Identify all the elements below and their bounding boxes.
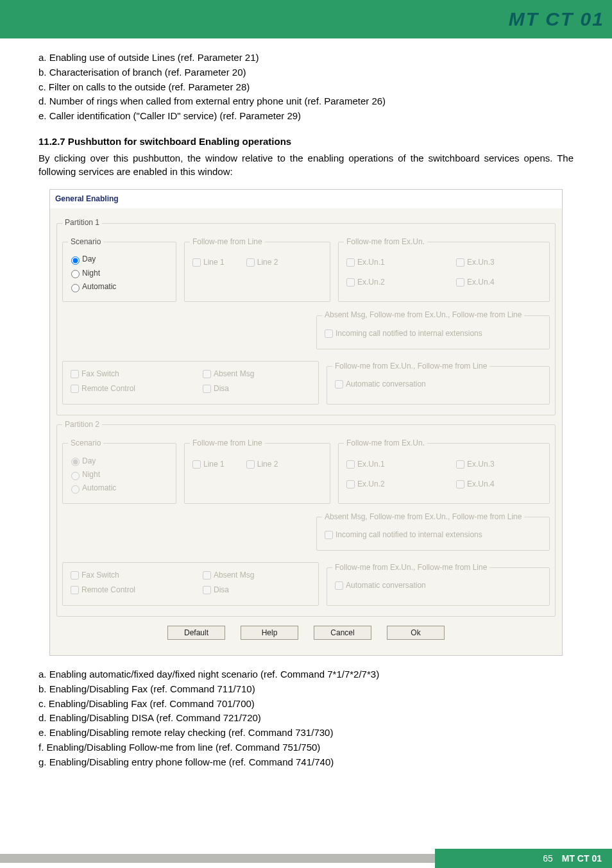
scenario-option-day[interactable]: Day — [68, 254, 171, 265]
auto-conversation-checkbox: Automatic conversation — [332, 580, 544, 592]
fax-switch-checkbox: Fax Switch — [68, 569, 181, 581]
after-item: a. Enabling automatic/fixed day/fixed ni… — [38, 667, 574, 681]
absent-msg-group-1: Absent Msg, Follow-me from Ex.Un., Follo… — [316, 310, 550, 349]
subsection-paragraph: By clicking over this pushbutton, the wi… — [38, 151, 574, 179]
line1-checkbox: Line 1 — [190, 458, 225, 471]
scenario-group-1: Scenario Day Night Automatic — [62, 237, 176, 303]
after-item: d. Enabling/Disabling DISA (ref. Command… — [38, 711, 574, 725]
exun4-checkbox[interactable]: Ex.Un.4 — [454, 276, 544, 288]
follow-line-group-2: Follow-me from Line Line 1 Line 2 — [184, 438, 330, 504]
ok-button[interactable]: Ok — [387, 626, 445, 640]
disa-checkbox: Disa — [200, 584, 313, 596]
scenario-option-night[interactable]: Night — [68, 268, 171, 279]
exun3-checkbox: Ex.Un.3 — [454, 458, 544, 471]
scenario-option-day: Day — [68, 456, 171, 467]
line2-checkbox: Line 2 — [244, 458, 278, 471]
exun4-checkbox: Ex.Un.4 — [454, 478, 544, 490]
exun1-checkbox: Ex.Un.1 — [344, 458, 434, 471]
footer-doc-code: MT CT 01 — [562, 853, 602, 864]
scenario-legend: Scenario — [68, 438, 103, 449]
exun3-checkbox[interactable]: Ex.Un.3 — [454, 256, 544, 269]
follow-ex-line-legend: Follow-me from Ex.Un., Follow-me from Li… — [332, 562, 489, 573]
help-button[interactable]: Help — [241, 626, 298, 640]
scenario-legend: Scenario — [68, 237, 103, 247]
follow-exun-legend: Follow-me from Ex.Un. — [344, 438, 427, 449]
follow-ex-line-group-2: Follow-me from Ex.Un., Follow-me from Li… — [327, 562, 550, 606]
disa-checkbox[interactable]: Disa — [200, 383, 313, 395]
general-enabling-dialog: General Enabling Partition 1 Scenario Da… — [49, 189, 563, 656]
scenario-option-night: Night — [68, 469, 171, 480]
intro-item: b. Characterisation of branch (ref. Para… — [38, 65, 574, 79]
follow-exun-group-2: Follow-me from Ex.Un. Ex.Un.1 Ex.Un.3 Ex… — [338, 438, 550, 504]
cancel-button[interactable]: Cancel — [314, 626, 371, 640]
follow-exun-legend: Follow-me from Ex.Un. — [344, 237, 427, 247]
remote-control-checkbox[interactable]: Remote Control — [68, 383, 181, 395]
switches-group-1: Fax Switch Remote Control Absent Msg Dis… — [62, 361, 319, 405]
absent-msg-checkbox[interactable]: Absent Msg — [200, 368, 313, 380]
remote-control-checkbox: Remote Control — [68, 584, 181, 596]
top-bar: MT CT 01 — [0, 0, 612, 38]
exun1-checkbox[interactable]: Ex.Un.1 — [344, 256, 434, 269]
line1-checkbox[interactable]: Line 1 — [190, 256, 225, 269]
exun2-checkbox[interactable]: Ex.Un.2 — [344, 276, 434, 288]
fax-switch-checkbox[interactable]: Fax Switch — [68, 368, 181, 380]
follow-ex-line-legend: Follow-me from Ex.Un., Follow-me from Li… — [332, 361, 489, 372]
subsection-heading: 11.2.7 Pushbutton for switchboard Enabli… — [38, 135, 574, 149]
intro-item: d. Number of rings when called from exte… — [38, 94, 574, 108]
follow-exun-group-1: Follow-me from Ex.Un. Ex.Un.1 Ex.Un.3 Ex… — [338, 237, 550, 303]
incoming-notify-checkbox[interactable]: Incoming call notified to internal exten… — [322, 328, 544, 340]
dialog-title: General Enabling — [50, 190, 562, 208]
absent-msg-checkbox: Absent Msg — [200, 569, 313, 581]
absent-msg-legend: Absent Msg, Follow-me from Ex.Un., Follo… — [322, 310, 524, 321]
follow-line-legend: Follow-me from Line — [190, 237, 265, 247]
scenario-group-2: Scenario Day Night Automatic — [62, 438, 176, 504]
footer-page-number: 65 — [543, 853, 553, 864]
scenario-option-automatic[interactable]: Automatic — [68, 281, 171, 292]
incoming-notify-checkbox: Incoming call notified to internal exten… — [322, 529, 544, 541]
page-header-title: MT CT 01 — [509, 8, 604, 30]
after-list: a. Enabling automatic/fixed day/fixed ni… — [38, 667, 574, 769]
after-item: e. Enabling/Disabling remote relay check… — [38, 726, 574, 740]
footer-bar: 65 MT CT 01 — [0, 849, 612, 868]
partition-1: Partition 1 Scenario Day Night Automatic… — [56, 217, 556, 415]
switches-group-2: Fax Switch Remote Control Absent Msg Dis… — [62, 562, 319, 606]
footer-divider — [0, 854, 435, 863]
exun2-checkbox: Ex.Un.2 — [344, 478, 434, 490]
absent-msg-group-2: Absent Msg, Follow-me from Ex.Un., Follo… — [316, 512, 550, 551]
after-item: g. Enabling/Disabling entry phone follow… — [38, 755, 574, 769]
follow-ex-line-group-1: Follow-me from Ex.Un., Follow-me from Li… — [327, 361, 550, 405]
default-button[interactable]: Default — [167, 626, 225, 640]
absent-msg-legend: Absent Msg, Follow-me from Ex.Un., Follo… — [322, 512, 524, 522]
intro-item: c. Filter on calls to the outside (ref. … — [38, 80, 574, 94]
auto-conversation-checkbox[interactable]: Automatic conversation — [332, 378, 544, 390]
after-item: f. Enabling/Disabling Follow-me from lin… — [38, 740, 574, 755]
scenario-option-automatic: Automatic — [68, 483, 171, 494]
follow-line-legend: Follow-me from Line — [190, 438, 265, 449]
follow-line-group-1: Follow-me from Line Line 1 Line 2 — [184, 237, 330, 303]
after-item: c. Enabling/Disabling Fax (ref. Command … — [38, 697, 574, 711]
partition-2: Partition 2 Scenario Day Night Automatic… — [56, 419, 556, 617]
intro-item: e. Caller identification ("Caller ID" se… — [38, 109, 574, 123]
intro-list: a. Enabling use of outside Lines (ref. P… — [38, 51, 574, 123]
partition-2-legend: Partition 2 — [62, 419, 102, 430]
after-item: b. Enabling/Disabling Fax (ref. Command … — [38, 682, 574, 696]
partition-1-legend: Partition 1 — [62, 217, 102, 228]
line2-checkbox[interactable]: Line 2 — [244, 256, 278, 269]
intro-item: a. Enabling use of outside Lines (ref. P… — [38, 51, 574, 65]
